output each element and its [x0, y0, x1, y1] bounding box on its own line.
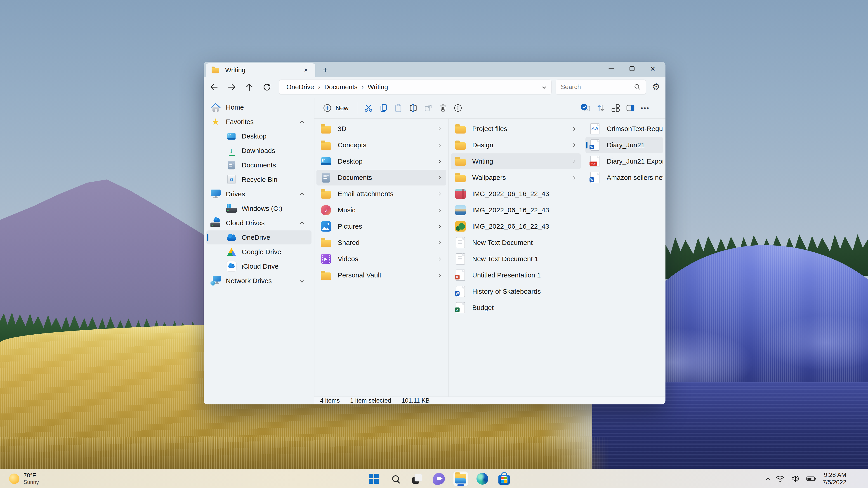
file-row-history-of-skateboards[interactable]: W History of Skateboards	[451, 284, 581, 299]
music-icon: ♪	[320, 205, 332, 215]
rename-button[interactable]	[406, 101, 421, 115]
word-file-icon: W	[589, 172, 601, 183]
breadcrumb-segment-documents[interactable]: Documents	[323, 83, 359, 92]
taskbar-clock[interactable]: 9:28 AM 7/5/2022	[823, 471, 846, 486]
wifi-icon[interactable]	[776, 475, 784, 483]
file-row-documents[interactable]: Documents	[316, 170, 446, 186]
folder-icon	[320, 140, 332, 150]
file-row-desktop[interactable]: Desktop	[316, 153, 446, 169]
tab-writing[interactable]: Writing ×	[206, 63, 315, 77]
photo-thumbnail-icon	[454, 221, 467, 232]
file-row-diary-jun21[interactable]: W Diary_Jun21	[585, 137, 663, 153]
minimize-button[interactable]	[601, 62, 622, 76]
folder-icon	[454, 173, 467, 182]
status-size: 101.11 KB	[402, 397, 430, 404]
battery-icon[interactable]	[806, 475, 816, 483]
breadcrumb-segment-writing[interactable]: Writing	[366, 83, 390, 92]
preview-pane-button[interactable]	[623, 101, 638, 115]
store-button[interactable]	[497, 471, 511, 486]
file-row-3d[interactable]: 3D	[316, 121, 446, 137]
start-button[interactable]	[367, 471, 381, 486]
refresh-button[interactable]	[260, 80, 274, 94]
breadcrumb-separator-icon: ›	[315, 84, 323, 91]
properties-button[interactable]	[451, 101, 465, 115]
weather-temp: 78°F	[24, 472, 39, 479]
file-row-untitled-presentation[interactable]: P Untitled Presentation 1	[451, 267, 581, 283]
up-button[interactable]	[242, 80, 256, 94]
taskbar-search-button[interactable]	[388, 471, 403, 486]
sidebar-item-icloud-drive[interactable]: iCloud Drive	[206, 259, 311, 273]
file-row-project-files[interactable]: Project files	[451, 121, 581, 137]
paste-button[interactable]	[391, 101, 406, 115]
new-button[interactable]: New	[318, 101, 353, 115]
file-row-budget[interactable]: X Budget	[451, 300, 581, 316]
chat-button[interactable]	[432, 471, 446, 486]
copy-icon	[379, 103, 388, 112]
file-row-new-text-document-1[interactable]: New Text Document 1	[451, 251, 581, 267]
file-row-email-attachments[interactable]: Email attachments	[316, 186, 446, 202]
cut-button[interactable]	[361, 101, 376, 115]
sidebar-section-drives[interactable]: Drives	[206, 187, 311, 201]
volume-icon[interactable]	[791, 475, 800, 483]
file-row-writing[interactable]: Writing	[451, 153, 581, 169]
sidebar-item-google-drive[interactable]: Google Drive	[206, 245, 311, 259]
maximize-button[interactable]	[622, 62, 643, 76]
sidebar-item-downloads[interactable]: ↓ Downloads	[206, 144, 311, 158]
file-row-crimsontext[interactable]: AA CrimsonText-Regular	[585, 121, 663, 137]
file-row-shared[interactable]: Shared	[316, 235, 446, 251]
breadcrumb-segment-onedrive[interactable]: OneDrive	[285, 83, 315, 92]
sort-button[interactable]	[593, 101, 608, 115]
sidebar-section-network-drives[interactable]: Network Drives	[206, 274, 311, 288]
weather-widget[interactable]: 78°F Sunny	[6, 469, 42, 488]
settings-button[interactable]: ⚙	[649, 80, 663, 94]
address-dropdown-chevron-icon[interactable]	[542, 85, 546, 89]
trash-icon	[438, 103, 447, 112]
file-row-design[interactable]: Design	[451, 137, 581, 153]
downloads-icon: ↓	[226, 147, 237, 154]
file-row-img-3[interactable]: IMG_2022_06_16_22_43	[451, 219, 581, 234]
back-button[interactable]	[207, 80, 221, 94]
sidebar-item-desktop[interactable]: Desktop	[206, 129, 311, 143]
file-row-diary-jun21-exported[interactable]: PDF Diary_Jun21 Exported	[585, 153, 663, 169]
sidebar-item-onedrive[interactable]: OneDrive	[206, 230, 311, 245]
sidebar-item-recycle-bin[interactable]: ♻ Recycle Bin	[206, 173, 311, 187]
file-row-wallpapers[interactable]: Wallpapers	[451, 170, 581, 186]
select-button[interactable]	[578, 101, 593, 115]
sidebar-section-cloud-drives[interactable]: Cloud Drives	[206, 216, 311, 230]
task-view-button[interactable]	[410, 471, 425, 486]
close-button[interactable]: ×	[643, 62, 663, 76]
search-input[interactable]	[560, 83, 633, 91]
sidebar-section-favorites[interactable]: ★ Favorites	[206, 115, 311, 129]
cloud-drive-icon	[211, 219, 221, 228]
more-options-button[interactable]: •••	[638, 101, 653, 115]
file-row-music[interactable]: ♪ Music	[316, 202, 446, 218]
select-checkbox-icon	[581, 103, 590, 112]
new-tab-button[interactable]: +	[319, 64, 331, 75]
copy-button[interactable]	[376, 101, 391, 115]
info-icon	[454, 103, 463, 112]
file-row-personal-vault[interactable]: Personal Vault	[316, 267, 446, 283]
file-row-amazon-sellers-newsletter[interactable]: W Amazon sellers newsletter	[585, 170, 663, 186]
tab-close-icon[interactable]: ×	[301, 65, 311, 75]
sidebar-item-windows-c[interactable]: Windows (C:)	[206, 201, 311, 216]
file-row-pictures[interactable]: Pictures	[316, 219, 446, 234]
file-explorer-button[interactable]	[454, 471, 468, 486]
plus-circle-icon	[323, 103, 332, 112]
file-row-videos[interactable]: ▶ Videos	[316, 251, 446, 267]
folder-icon	[320, 189, 332, 199]
sidebar-item-documents[interactable]: Documents	[206, 158, 311, 172]
forward-button[interactable]	[224, 80, 239, 94]
group-button[interactable]	[608, 101, 623, 115]
file-row-new-text-document[interactable]: New Text Document	[451, 235, 581, 251]
hidden-icons-chevron-icon[interactable]	[766, 477, 770, 481]
preview-pane-icon	[626, 103, 635, 112]
sidebar-item-home[interactable]: Home	[206, 100, 311, 114]
file-row-img-2[interactable]: IMG_2022_06_16_22_43	[451, 202, 581, 218]
edge-button[interactable]	[475, 471, 490, 486]
icloud-icon	[226, 261, 237, 271]
share-icon	[424, 103, 433, 112]
file-row-img-1[interactable]: IMG_2022_06_16_22_43	[451, 186, 581, 202]
file-row-concepts[interactable]: Concepts	[316, 137, 446, 153]
delete-button[interactable]	[436, 101, 451, 115]
share-button[interactable]	[421, 101, 436, 115]
